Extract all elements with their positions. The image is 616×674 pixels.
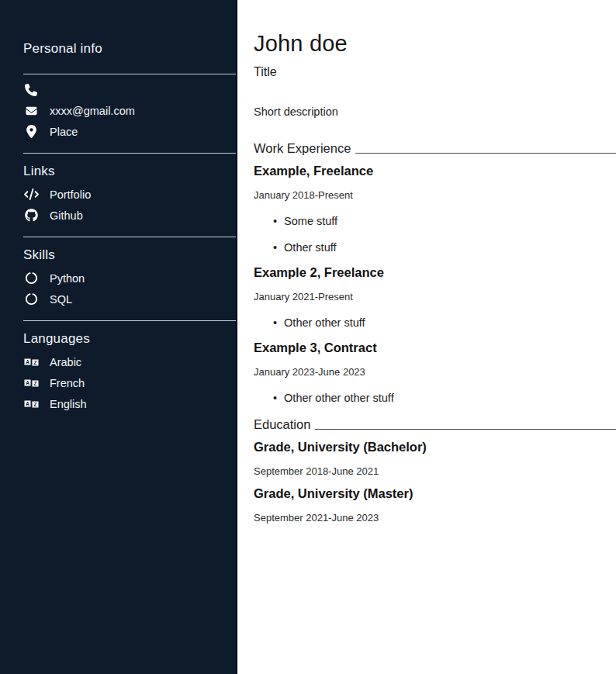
divider — [23, 153, 236, 154]
education-entry-period: September 2021-June 2023 — [254, 512, 616, 524]
sidebar-section-title-links: Links — [23, 164, 236, 179]
svg-text:A: A — [26, 380, 29, 385]
svg-text:A: A — [26, 359, 29, 365]
contact-email-row: xxxx@gmail.com — [23, 100, 236, 121]
education-entry-title: Grade, University (Bachelor) — [254, 440, 616, 455]
github-link-label[interactable]: Github — [50, 209, 83, 222]
short-description: Short description — [254, 105, 616, 118]
svg-text:Z: Z — [33, 360, 36, 365]
svg-text:Z: Z — [33, 402, 36, 407]
phone-icon — [23, 84, 39, 96]
education-section-heading: Education — [254, 417, 616, 432]
language-french-row: AZ French — [23, 372, 236, 393]
bullet-item: Other other other stuff — [273, 392, 616, 404]
work-entry-period: January 2018-Present — [254, 189, 616, 201]
section-heading-rule — [315, 429, 616, 430]
work-entry-period: January 2023-June 2023 — [254, 366, 616, 378]
work-experience-section-heading: Work Experience — [254, 141, 616, 156]
sidebar-section-title-skills: Skills — [23, 247, 236, 263]
link-portfolio-row[interactable]: Portfolio — [23, 184, 236, 205]
skill-label: SQL — [50, 293, 72, 306]
language-icon: AZ — [23, 399, 39, 410]
sidebar-section-title-languages: Languages — [23, 331, 236, 347]
language-english-row: AZ English — [23, 393, 236, 414]
email-value: xxxx@gmail.com — [50, 105, 135, 117]
circle-notch-icon — [23, 293, 39, 305]
github-icon — [23, 209, 39, 222]
languages-list: AZ Arabic AZ French AZ English — [23, 351, 236, 414]
divider — [23, 74, 236, 74]
bullet-item: Some stuff — [273, 215, 616, 227]
work-entry-title: Example 3, Contract — [254, 340, 616, 355]
language-label: French — [50, 377, 85, 389]
portfolio-link-label[interactable]: Portfolio — [50, 188, 91, 201]
links-list: Portfolio Github — [23, 184, 236, 226]
work-entry-period: January 2021-Present — [254, 291, 616, 302]
resume-page: Personal info xxxx@gmail.com Place — [0, 0, 616, 674]
skill-label: Python — [50, 272, 85, 285]
education-entry-period: September 2018-June 2021 — [254, 465, 616, 477]
bullet-item: Other stuff — [273, 241, 616, 254]
work-entry-bullets: Some stuff Other stuff — [254, 215, 616, 254]
language-arabic-row: AZ Arabic — [23, 351, 236, 372]
language-icon: AZ — [23, 357, 39, 368]
svg-text:A: A — [26, 401, 29, 406]
place-value: Place — [50, 126, 78, 138]
resume-main: John doe Title Short description Work Ex… — [237, 0, 616, 674]
section-heading-label: Work Experience — [254, 141, 351, 156]
work-entry-bullets: Other other other stuff — [254, 392, 616, 404]
work-entry-title: Example, Freelance — [254, 164, 616, 178]
svg-text:Z: Z — [33, 381, 36, 386]
work-entry: Example 2, Freelance January 2021-Presen… — [254, 265, 616, 329]
education-entry: Grade, University (Bachelor) September 2… — [254, 440, 616, 477]
skills-list: Python SQL — [23, 268, 236, 309]
personal-info-list: xxxx@gmail.com Place — [23, 79, 236, 142]
work-entry-bullets: Other other stuff — [254, 316, 616, 329]
location-pin-icon — [23, 125, 39, 138]
bullet-item: Other other stuff — [273, 316, 616, 329]
section-heading-label: Education — [254, 417, 310, 432]
skill-python-row: Python — [23, 268, 236, 289]
person-name: John doe — [254, 31, 616, 57]
sidebar: Personal info xxxx@gmail.com Place — [0, 0, 237, 674]
section-heading-rule — [355, 153, 616, 154]
link-github-row[interactable]: Github — [23, 205, 236, 226]
education-entry: Grade, University (Master) September 202… — [254, 486, 616, 524]
work-entry: Example 3, Contract January 2023-June 20… — [254, 340, 616, 404]
skill-sql-row: SQL — [23, 289, 236, 309]
language-label: Arabic — [50, 356, 81, 368]
divider — [23, 320, 236, 321]
contact-phone-row — [23, 79, 236, 100]
sidebar-section-title-personal-info: Personal info — [23, 41, 236, 57]
envelope-icon — [23, 105, 39, 116]
circle-notch-icon — [23, 272, 39, 284]
contact-place-row: Place — [23, 121, 236, 142]
work-entry-title: Example 2, Freelance — [254, 265, 616, 280]
education-entry-title: Grade, University (Master) — [254, 486, 616, 501]
language-label: English — [50, 398, 87, 410]
work-entry: Example, Freelance January 2018-Present … — [254, 164, 616, 254]
person-title: Title — [254, 65, 616, 79]
divider — [23, 237, 236, 237]
code-icon — [23, 188, 39, 200]
language-icon: AZ — [23, 378, 39, 389]
